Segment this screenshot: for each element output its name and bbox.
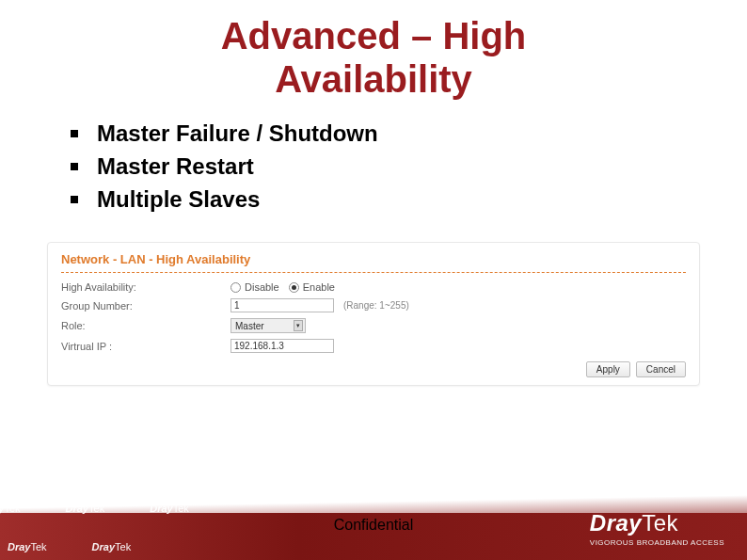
logo-strip-lower: DrayTek DrayTek xyxy=(0,539,207,554)
brand-logo-small: DrayTek xyxy=(66,503,105,514)
row-group-number: Group Number: 1 (Range: 1~255) xyxy=(48,296,699,315)
label-group-number: Group Number: xyxy=(61,300,230,312)
footer: DrayTek DrayTek DrayTek DrayTek DrayTek … xyxy=(0,494,747,560)
hint-group-range: (Range: 1~255) xyxy=(343,300,409,311)
title-line-2: Availability xyxy=(0,57,747,101)
label-role: Role: xyxy=(61,320,230,331)
input-group-number[interactable]: 1 xyxy=(230,298,334,312)
cancel-button[interactable]: Cancel xyxy=(636,361,686,377)
brand-tagline: VIGOROUS BROADBAND ACCESS xyxy=(590,538,724,547)
brand-logo-small: DrayTek xyxy=(92,541,132,552)
row-high-availability: High Availability: Disable Enable xyxy=(48,279,699,296)
apply-button[interactable]: Apply xyxy=(586,361,630,377)
input-virtual-ip[interactable]: 192.168.1.3 xyxy=(230,339,334,353)
logo-strip-upper: DrayTek DrayTek DrayTek xyxy=(0,500,339,517)
brand-logo-large: DrayTek VIGOROUS BROADBAND ACCESS xyxy=(590,510,724,547)
bullet-item: Multiple Slaves xyxy=(71,184,747,216)
brand-logo-small: DrayTek xyxy=(8,541,47,552)
brand-logo-small: DrayTek xyxy=(0,503,21,514)
label-high-availability: High Availability: xyxy=(61,281,230,293)
select-value: Master xyxy=(235,321,264,331)
panel-actions: Apply Cancel xyxy=(48,356,699,377)
radio-label: Disable xyxy=(245,281,279,293)
radio-icon xyxy=(230,282,241,293)
bullet-list: Master Failure / Shutdown Master Restart… xyxy=(71,118,747,216)
row-role: Role: Master ▾ xyxy=(48,315,699,336)
radio-enable[interactable]: Enable xyxy=(289,281,335,293)
label-virtual-ip: Virtrual IP : xyxy=(61,341,230,352)
chevron-down-icon: ▾ xyxy=(294,320,303,331)
divider xyxy=(61,272,686,273)
bullet-item: Master Failure / Shutdown xyxy=(71,118,747,151)
radio-label: Enable xyxy=(303,281,335,293)
config-panel: Network - LAN - High Availability High A… xyxy=(47,242,700,386)
radio-disable[interactable]: Disable xyxy=(230,281,279,293)
select-role[interactable]: Master ▾ xyxy=(230,318,306,333)
bullet-item: Master Restart xyxy=(71,151,747,184)
slide-title: Advanced – High Availability xyxy=(0,0,747,101)
radio-icon xyxy=(289,282,299,293)
brand-logo-small: DrayTek xyxy=(150,503,189,514)
title-line-1: Advanced – High xyxy=(0,14,747,57)
panel-breadcrumb: Network - LAN - High Availability xyxy=(48,243,699,272)
row-virtual-ip: Virtrual IP : 192.168.1.3 xyxy=(48,336,699,356)
